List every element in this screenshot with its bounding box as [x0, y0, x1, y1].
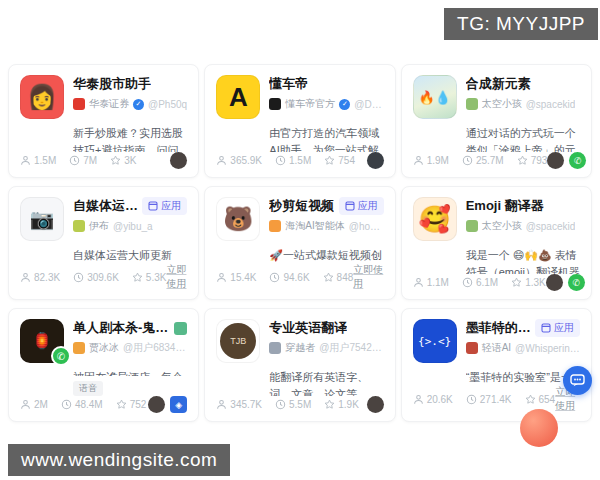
star-icon: [324, 155, 335, 166]
bot-icon: 🔥💧: [413, 75, 457, 119]
contributor-avatar[interactable]: [547, 152, 564, 169]
card-header: A 懂车帝 懂车帝官方 ✓ @DCar: [216, 75, 383, 119]
bot-description: 被困在诡异酒店，每个角落都藏着线索与危机。智斗幽灵，寻找逃生之钥，你能…: [73, 369, 187, 376]
bot-card[interactable]: 📷 自媒体运营大师V2 应用 伊布: [8, 186, 199, 300]
app-chip-icon[interactable]: ◈: [170, 396, 187, 413]
users-stat: 20.6K: [413, 394, 453, 405]
author-avatar: [73, 98, 85, 110]
bot-description: 能翻译所有英语字、词、文章，论文等: [269, 369, 383, 396]
bot-card[interactable]: 🥰 Emoji 翻译器 太空小孩 @spacekid 我是一个 😄🙌💩 表情符号…: [401, 186, 592, 300]
favorites-stat: 848: [323, 272, 354, 283]
favorites-stat: 3K: [110, 155, 136, 166]
phone-chip-icon[interactable]: ✆: [569, 152, 586, 169]
card-footer: 82.3K 309.6K 5.3K 立即使用: [20, 263, 187, 291]
contributor-avatar[interactable]: [148, 396, 165, 413]
bot-title: Emoji 翻译器: [466, 197, 544, 215]
bot-card[interactable]: A 懂车帝 懂车帝官方 ✓ @DCar 由官方打造的汽车领域AI助手，为您一站式…: [204, 64, 395, 178]
runs-stat: 5.5M: [275, 399, 311, 410]
use-now-link[interactable]: 立即使用: [166, 263, 187, 291]
runs-stat: 7M: [69, 155, 97, 166]
users-stat: 2M: [20, 399, 48, 410]
footer-right: [367, 396, 384, 413]
runs-stat: 25.7M: [462, 155, 504, 166]
runs-stat: 94.6K: [269, 272, 309, 283]
card-header: TJB 专业英语翻译 穿越者 @用户7542300539251: [216, 319, 383, 363]
bot-card[interactable]: {>.<} 墨菲特的实验室 应用 轻: [401, 308, 592, 422]
author-handle: @houtitar: [349, 221, 384, 232]
stats-row: 20.6K 271.4K 654: [413, 394, 556, 405]
clock-icon: [275, 155, 286, 166]
chat-fab-button[interactable]: [563, 366, 592, 395]
voice-tag: 语音: [73, 381, 103, 396]
favorites-stat: 752: [116, 399, 147, 410]
clock-icon: [466, 394, 477, 405]
author-row[interactable]: 贾冰冰 @用户68342e189081: [73, 341, 187, 355]
favorites-stat: 793: [517, 155, 548, 166]
contributor-avatar[interactable]: [546, 274, 563, 291]
star-icon: [324, 399, 335, 410]
author-handle: @用户7542300539251: [319, 341, 383, 355]
contributor-avatar[interactable]: [170, 152, 187, 169]
contributor-avatar[interactable]: [367, 396, 384, 413]
bot-card[interactable]: 🔥💧 合成新元素 太空小孩 @spacekid 通过对话的方式玩一个类似「涂鸦上…: [401, 64, 592, 178]
star-icon: [116, 399, 127, 410]
author-name: 穿越者: [285, 341, 315, 355]
favorites-stat: 5.3K: [132, 272, 167, 283]
card-footer: 15.4K 94.6K 848 立即使用: [216, 263, 383, 291]
author-row[interactable]: 伊布 @yibu_a: [73, 219, 187, 233]
author-row[interactable]: 华泰证券 ✓ @Ph50q: [73, 97, 187, 111]
star-icon: [132, 272, 143, 283]
bot-card[interactable]: 🏮 ✆ 单人剧本杀-鬼魅酒店 贾冰冰 @用户68342e189081 被困在诡异…: [8, 308, 199, 422]
app-type-badge: 应用: [535, 319, 580, 337]
author-name: 懂车帝官方: [285, 97, 335, 111]
author-row[interactable]: 穿越者 @用户7542300539251: [269, 341, 383, 355]
card-footer: 365.9K 1.5M 754: [216, 152, 383, 169]
author-row[interactable]: 轻语AI @Whisperingnan: [466, 341, 580, 355]
users-stat: 1.5M: [20, 155, 56, 166]
app-icon: [541, 323, 551, 333]
author-avatar: [466, 220, 478, 232]
author-row[interactable]: 懂车帝官方 ✓ @DCar: [269, 97, 383, 111]
bot-card[interactable]: 👩 华泰股市助手 华泰证券 ✓ @Ph50q 新手炒股难？实用选股技巧+避坑指南…: [8, 64, 199, 178]
phone-chip-icon[interactable]: ✆: [568, 274, 585, 291]
bot-title: 自媒体运营大师V2: [73, 197, 138, 215]
star-icon: [323, 272, 334, 283]
author-avatar: [269, 342, 281, 354]
contributor-avatar[interactable]: [367, 152, 384, 169]
users-stat: 345.7K: [216, 399, 262, 410]
user-icon: [413, 277, 424, 288]
app-type-badge: 应用: [339, 197, 384, 215]
user-icon: [20, 272, 31, 283]
footer-right: ✆: [547, 152, 586, 169]
runs-stat: 48.4M: [61, 399, 103, 410]
clock-icon: [69, 155, 80, 166]
favorites-stat: 754: [324, 155, 355, 166]
card-header: 🐻 秒剪短视频 应用 海淘AI智能: [216, 197, 383, 241]
runs-stat: 271.4K: [466, 394, 512, 405]
voice-call-icon: ✆: [51, 346, 71, 366]
author-handle: @DCar: [354, 99, 383, 110]
bot-title: 华泰股市助手: [73, 75, 151, 93]
bot-card[interactable]: TJB 专业英语翻译 穿越者 @用户7542300539251 能翻译所有英语字…: [204, 308, 395, 422]
author-row[interactable]: 海淘AI智能体 @houtitar: [269, 219, 383, 233]
users-stat: 1.9M: [413, 155, 449, 166]
bot-icon: A: [216, 75, 260, 119]
star-icon: [110, 155, 121, 166]
bot-icon: 👩: [20, 75, 64, 119]
star-icon: [517, 155, 528, 166]
author-row[interactable]: 太空小孩 @spacekid: [466, 97, 580, 111]
bot-description: 自媒体运营大师更新啦！这是一款专为内容创作者打造的全能工具。本次全新的用户界面、…: [73, 247, 187, 263]
card-header: 🏮 ✆ 单人剧本杀-鬼魅酒店 贾冰冰 @用户68342e189081: [20, 319, 187, 363]
bot-title: 懂车帝: [269, 75, 308, 93]
user-icon: [413, 394, 424, 405]
floating-avatar-button[interactable]: [520, 409, 558, 447]
use-now-link[interactable]: 立即使用: [353, 263, 383, 291]
bot-card[interactable]: 🐻 秒剪短视频 应用 海淘AI智能: [204, 186, 395, 300]
author-row[interactable]: 太空小孩 @spacekid: [466, 219, 580, 233]
bot-description: 我是一个 😄🙌💩 表情符号（emoji）翻译机器人。我会把你发过来的语句用表情符…: [466, 247, 580, 274]
author-name: 太空小孩: [482, 219, 522, 233]
footer-right: ◈: [148, 396, 187, 413]
bot-description: 新手炒股难？实用选股技巧+避坑指南，问问我吧！: [73, 125, 187, 152]
bot-title: 秒剪短视频: [269, 197, 334, 215]
telegram-watermark: TG: MYYJJPP: [444, 8, 598, 40]
